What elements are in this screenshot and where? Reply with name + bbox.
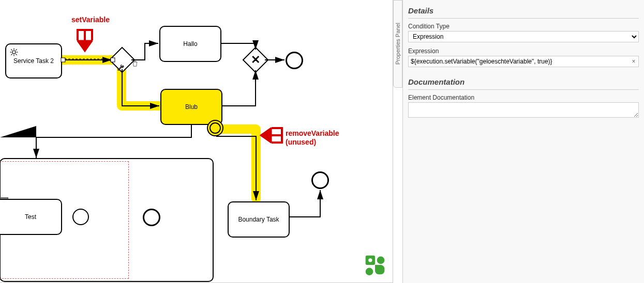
end-event-subprocess[interactable] bbox=[143, 209, 160, 226]
task-label: Blub bbox=[185, 103, 198, 111]
task-label: Service Task 2 bbox=[13, 57, 54, 65]
end-event-boundary[interactable] bbox=[311, 171, 329, 189]
wrench-icon[interactable] bbox=[116, 64, 125, 72]
task-service-task-2[interactable]: Service Task 2 bbox=[5, 43, 62, 78]
gear-icon bbox=[9, 48, 19, 57]
intermediate-event-test[interactable] bbox=[72, 209, 89, 225]
properties-panel: Details Condition Type Expression Expres… bbox=[402, 0, 644, 283]
boundary-event-blub[interactable] bbox=[207, 120, 223, 136]
annotation-set-variable: setVariable bbox=[71, 15, 110, 24]
input-expression[interactable] bbox=[409, 56, 629, 67]
svg-point-19 bbox=[377, 257, 385, 264]
label-element-documentation: Element Documentation bbox=[408, 94, 639, 101]
task-label: Hallo bbox=[183, 40, 197, 48]
camunda-logo-icon bbox=[364, 254, 386, 276]
section-heading-documentation: Documentation bbox=[408, 75, 639, 90]
svg-line-7 bbox=[11, 54, 12, 55]
gateway-merge-xor[interactable]: ✕ bbox=[246, 51, 265, 69]
task-hallo[interactable]: Hallo bbox=[159, 26, 221, 62]
properties-panel-tab[interactable]: Properties Panel bbox=[393, 0, 402, 88]
task-test[interactable]: Test bbox=[0, 199, 62, 235]
svg-point-0 bbox=[12, 51, 16, 54]
trash-icon[interactable] bbox=[131, 59, 139, 68]
label-condition-type: Condition Type bbox=[408, 23, 639, 30]
task-label: Test bbox=[25, 213, 36, 221]
svg-point-20 bbox=[366, 268, 373, 276]
label-expression: Expression bbox=[408, 48, 639, 55]
clear-expression-icon[interactable]: × bbox=[629, 58, 638, 65]
section-heading-details: Details bbox=[408, 4, 639, 19]
bpmn-canvas[interactable]: Service Task 2 Hallo ✕ Blub bbox=[0, 0, 393, 283]
task-boundary-task[interactable]: Boundary Task bbox=[228, 201, 290, 238]
svg-line-8 bbox=[16, 49, 17, 50]
x-icon: ✕ bbox=[246, 51, 265, 69]
annotation-remove-variable: removeVariable (unused) bbox=[286, 129, 339, 147]
svg-line-6 bbox=[16, 54, 17, 55]
end-event-1[interactable] bbox=[286, 52, 303, 69]
svg-line-5 bbox=[11, 49, 12, 50]
textarea-element-documentation[interactable] bbox=[408, 102, 639, 118]
svg-point-21 bbox=[368, 258, 372, 262]
task-label: Boundary Task bbox=[238, 216, 279, 223]
select-condition-type[interactable]: Expression bbox=[408, 31, 639, 42]
